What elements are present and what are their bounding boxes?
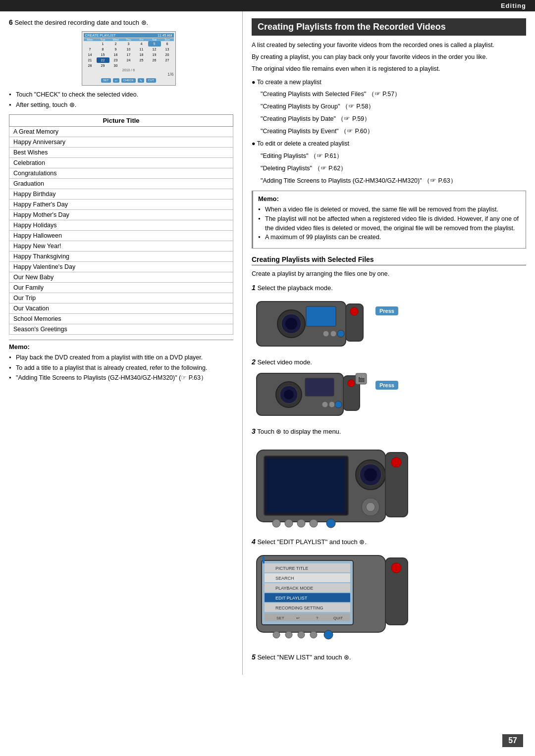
step4-text: Select "EDIT PLAYLIST" and touch ⊛. <box>257 538 367 546</box>
ref-create: "Creating Playlists by Event" （☞ P.60） <box>261 126 526 136</box>
left-memo-bullet: "Adding Title Screens to Playlists (GZ-H… <box>9 374 233 383</box>
svg-point-16 <box>329 402 335 407</box>
picture-title-cell: Graduation <box>9 179 233 189</box>
cal-title: CREATE PLAYLIST <box>85 34 116 37</box>
press-button-step2[interactable]: Press <box>375 381 398 390</box>
ref-edit: "Editing Playlists" （☞ P.61） <box>261 151 526 161</box>
left-column: 6 Select the desired recording date and … <box>0 11 243 675</box>
svg-rect-41 <box>263 556 265 563</box>
step1-label: 1 Select the playback mode. <box>252 284 526 292</box>
table-row: Happy Birthday <box>9 189 233 200</box>
step1-row: 1 Select the playback mode. <box>252 284 526 351</box>
ref-create: "Creating Playlists by Date" （☞ P.59） <box>261 114 526 124</box>
picture-title-cell: Happy New Year! <box>9 241 233 252</box>
svg-text:🎬: 🎬 <box>358 375 365 382</box>
subsection-title: Creating Playlists with Selected Files <box>252 255 526 265</box>
bullet-check: Touch "CHECK" to check the selected vide… <box>9 91 233 100</box>
step5-label: 5 Select "NEW LIST" and touch ⊛. <box>252 653 526 661</box>
picture-title-cell: Happy Holidays <box>9 220 233 231</box>
step6-number: 6 <box>9 18 13 26</box>
press-button-step1[interactable]: Press <box>375 306 398 315</box>
picture-title-cell: Happy Mother's Day <box>9 210 233 220</box>
picture-title-cell: Happy Anniversary <box>9 137 233 148</box>
step2-text: Select video mode. <box>257 358 312 366</box>
table-row: Best Wishes <box>9 148 233 158</box>
svg-point-6 <box>330 331 336 337</box>
svg-text:RECORDING SETTING: RECORDING SETTING <box>275 605 323 610</box>
step4-label: 4 Select "EDIT PLAYLIST" and touch ⊛. <box>252 538 526 546</box>
right-column: Creating Playlists from the Recorded Vid… <box>243 11 535 675</box>
picture-title-cell: Season's Greetings <box>9 324 233 335</box>
table-row: Our Family <box>9 283 233 293</box>
svg-text:PICTURE TITLE: PICTURE TITLE <box>275 566 308 571</box>
svg-rect-4 <box>306 306 336 326</box>
ref-create: "Creating Playlists by Group" （☞ P.58） <box>261 101 526 111</box>
left-memo-bullets: Play back the DVD created from a playlis… <box>9 353 233 383</box>
svg-point-58 <box>285 631 292 638</box>
refs-edit: "Editing Playlists" （☞ P.61）"Deleting Pl… <box>252 151 526 186</box>
svg-point-29 <box>285 519 293 527</box>
svg-point-7 <box>337 330 344 337</box>
table-row: Graduation <box>9 179 233 189</box>
picture-title-cell: Happy Thanksgiving <box>9 252 233 262</box>
ref-edit: "Deleting Playlists" （☞ P.62） <box>261 163 526 173</box>
table-row: Celebration <box>9 158 233 168</box>
step3-text: Touch ⊛ to display the menu. <box>257 428 341 435</box>
subsection-desc: Create a playlist by arranging the files… <box>252 269 526 279</box>
intro-para1: A list created by selecting your favorit… <box>252 41 526 50</box>
step2-row: 2 Select video mode. 🎬 <box>252 358 526 420</box>
svg-point-61 <box>324 630 333 639</box>
picture-title-cell: Celebration <box>9 158 233 168</box>
table-row: Our New Baby <box>9 272 233 283</box>
back-btn[interactable]: ↩ <box>113 78 119 83</box>
check-btn[interactable]: CHECK <box>121 78 136 83</box>
picture-title-cell: Best Wishes <box>9 148 233 158</box>
svg-point-9 <box>350 307 358 315</box>
cal-grid: 123456 78910111213 14151617181920 212223… <box>84 41 174 68</box>
left-memo-title: Memo: <box>9 343 233 351</box>
table-row: Happy Holidays <box>9 220 233 231</box>
step6-bullets: Touch "CHECK" to check the selected vide… <box>9 91 233 109</box>
svg-text:QUIT: QUIT <box>333 616 343 620</box>
left-memo: Memo: Play back the DVD created from a p… <box>9 340 233 383</box>
table-row: Happy Anniversary <box>9 137 233 148</box>
table-row: Happy Halloween <box>9 231 233 241</box>
cal-header: CREATE PLAYLIST 11:45 AM <box>84 33 174 38</box>
svg-point-27 <box>364 468 377 481</box>
refs-create: "Creating Playlists with Selected Files"… <box>252 89 526 136</box>
intro-para2: By creating a playlist, you can play bac… <box>252 52 526 62</box>
right-memo-bullets: When a video file is deleted or moved, t… <box>258 205 521 242</box>
camera-step2-svg: 🎬 <box>252 366 371 420</box>
picture-title-cell: Happy Birthday <box>9 189 233 200</box>
cut-btn[interactable]: CUT <box>146 78 156 83</box>
set-btn[interactable]: SET <box>101 78 111 83</box>
table-row: Congratulations <box>9 168 233 179</box>
page-number: 57 <box>502 734 523 747</box>
picture-title-table: Picture Title A Great MemoryHappy Annive… <box>9 114 233 335</box>
step2-image: 🎬 Press <box>252 366 526 420</box>
right-memo: Memo: When a video file is deleted or mo… <box>252 191 526 249</box>
step6-symbol: ⊛. <box>141 19 149 26</box>
svg-text:EDIT PLAYLIST: EDIT PLAYLIST <box>275 596 308 601</box>
picture-title-cell: Happy Halloween <box>9 231 233 241</box>
edit-btn[interactable]: ✎ <box>138 78 144 83</box>
svg-point-30 <box>297 519 305 527</box>
table-row: A Great Memory <box>9 127 233 137</box>
table-row: School Memories <box>9 314 233 324</box>
section-title: Creating Playlists from the Recorded Vid… <box>252 18 526 36</box>
svg-text:↩: ↩ <box>296 616 300 620</box>
svg-text:PLAYBACK MODE: PLAYBACK MODE <box>275 586 313 591</box>
svg-point-56 <box>391 563 401 573</box>
table-row: Happy Father's Day <box>9 200 233 210</box>
editing-label: Editing <box>501 2 526 9</box>
ref-create: "Creating Playlists with Selected Files"… <box>261 89 526 99</box>
svg-point-32 <box>326 519 335 528</box>
right-memo-title: Memo: <box>258 195 521 202</box>
table-row: Happy New Year! <box>9 241 233 252</box>
picture-title-cell: School Memories <box>9 314 233 324</box>
right-memo-bullet: A maximum of 99 playlists can be created… <box>258 233 521 242</box>
to-edit-label: ● To edit or delete a created playlist <box>252 139 526 149</box>
picture-title-cell: Congratulations <box>9 168 233 179</box>
table-row: Happy Valentine's Day <box>9 262 233 272</box>
step6-text: Select the desired recording date and to… <box>14 19 139 26</box>
